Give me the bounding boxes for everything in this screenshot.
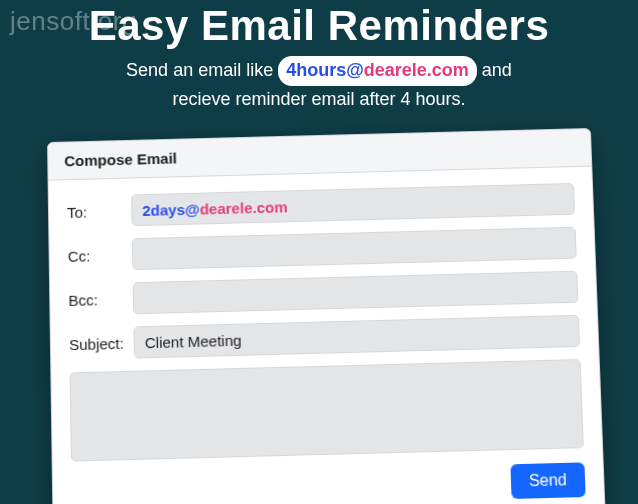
to-row: To: 2days@dearele.com	[67, 183, 575, 228]
subtitle-pre: Send an email like	[126, 60, 278, 80]
to-label: To:	[67, 202, 131, 221]
hero-section: Easy Email Reminders Send an email like …	[0, 0, 638, 113]
subtitle-line2: recieve reminder email after 4 hours.	[172, 89, 465, 109]
example-email-pill: 4hours@dearele.com	[278, 56, 477, 86]
subject-value: Client Meeting	[145, 331, 242, 351]
to-value-domain: dearele.com	[200, 198, 288, 217]
example-email-at: @	[346, 60, 364, 80]
compose-email-card: Compose Email To: 2days@dearele.com Cc: …	[47, 128, 606, 504]
example-email-local: 4hours	[286, 60, 346, 80]
subject-field[interactable]: Client Meeting	[133, 315, 580, 359]
cc-row: Cc:	[68, 227, 577, 272]
subject-label: Subject:	[69, 334, 134, 353]
cc-field[interactable]	[132, 227, 577, 271]
page-subtitle: Send an email like 4hours@dearele.com an…	[0, 56, 638, 113]
bcc-field[interactable]	[133, 271, 579, 315]
subject-row: Subject: Client Meeting	[69, 315, 580, 361]
body-field[interactable]	[70, 359, 584, 462]
subtitle-mid: and	[482, 60, 512, 80]
bcc-row: Bcc:	[68, 271, 578, 316]
to-value-at: @	[185, 200, 200, 217]
example-email-domain: dearele.com	[364, 60, 469, 80]
to-field[interactable]: 2days@dearele.com	[131, 183, 575, 226]
page-title: Easy Email Reminders	[0, 2, 638, 50]
cc-label: Cc:	[68, 246, 133, 265]
bcc-label: Bcc:	[68, 290, 133, 309]
send-button[interactable]: Send	[510, 462, 586, 499]
to-value-local: 2days	[142, 200, 185, 218]
